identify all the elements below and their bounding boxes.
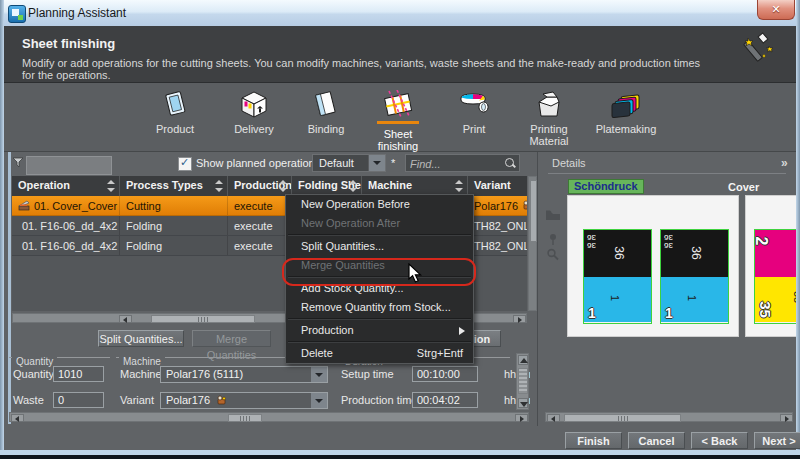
scroll-left-button[interactable]: [547, 414, 560, 422]
menu-item-delete[interactable]: DeleteStrg+Entf: [286, 344, 473, 363]
step-label: Sheet finishing: [362, 128, 434, 152]
machine-dropdown[interactable]: Polar176 (5111): [160, 366, 328, 383]
annotation-highlight: [282, 258, 476, 286]
waste-input[interactable]: [53, 392, 104, 408]
page-black-half: 3636 36: [661, 230, 728, 277]
panel-divider: [537, 152, 538, 426]
left-panel-horizontal-scrollbar[interactable]: [9, 412, 529, 422]
step-binding[interactable]: Binding: [290, 89, 362, 135]
next-button[interactable]: Next >: [754, 432, 800, 449]
step-delivery[interactable]: Delivery: [218, 89, 290, 135]
preset-dropdown[interactable]: Default: [312, 154, 386, 172]
quantity-group-label: Quantity: [12, 356, 57, 367]
cancel-button[interactable]: Cancel: [628, 432, 685, 449]
machine-group-label: Machine: [119, 356, 165, 367]
sort-icon[interactable]: [279, 180, 287, 192]
delivery-icon: [218, 89, 290, 119]
waste-label: Waste: [13, 394, 44, 406]
form-vertical-scrollbar[interactable]: [516, 353, 529, 410]
table-header: Operation Process Types Production Foldi…: [12, 176, 527, 196]
setup-time-input[interactable]: [412, 366, 478, 382]
panel-splitter[interactable]: [8, 152, 11, 424]
sort-icon[interactable]: [455, 180, 463, 192]
page-cyan-half: 1 1: [584, 277, 651, 322]
page-magenta-half: 2 2: [755, 230, 796, 277]
menu-item-split-quantities[interactable]: Split Quantities...: [286, 237, 473, 256]
column-operation[interactable]: Operation: [12, 176, 120, 196]
column-folding-sheet[interactable]: Folding Sheet: [292, 176, 362, 196]
column-production[interactable]: Production: [228, 176, 292, 196]
step-printing-material[interactable]: Printing Material: [513, 89, 585, 147]
menu-item-new-operation-before[interactable]: New Operation Before: [286, 195, 473, 214]
cutting-icon: [18, 200, 30, 212]
show-planned-checkbox[interactable]: [178, 157, 192, 171]
filter-input[interactable]: [26, 156, 112, 175]
details-panel: Details » Schöndruck Cover 3636 36 1 1: [539, 152, 796, 426]
schoendruck-tag: Schöndruck: [568, 179, 644, 194]
scroll-left-button[interactable]: [11, 414, 24, 422]
page-block[interactable]: 3636 36 1 1: [583, 229, 652, 324]
variant-label: Variant: [120, 394, 154, 406]
quantity-label: Quantity: [13, 368, 54, 380]
page-description: Modify or add operations for the cutting…: [22, 57, 712, 81]
filter-icon[interactable]: [12, 157, 25, 169]
folder-tool-icon[interactable]: [545, 208, 561, 222]
sheet-preview[interactable]: 2 2 35 35: [745, 195, 796, 337]
preset-modified-marker: *: [391, 157, 395, 169]
magic-wand-icon: [742, 32, 776, 64]
planning-assistant-window: Planning Assistant ✕ Sheet finishing Mod…: [0, 0, 800, 459]
details-horizontal-scrollbar[interactable]: [545, 412, 793, 422]
column-process-types[interactable]: Process Types: [120, 176, 228, 196]
column-machine[interactable]: Machine: [362, 176, 468, 196]
step-sheet-finishing[interactable]: Sheet finishing: [362, 89, 434, 152]
menu-item-production[interactable]: Production: [286, 321, 473, 340]
step-label: Delivery: [218, 123, 290, 135]
title-bar[interactable]: Planning Assistant: [0, 0, 800, 27]
page-block[interactable]: 2 2 35 35: [754, 229, 796, 324]
production-time-label: Production time: [341, 394, 417, 406]
step-platemaking[interactable]: Platemaking: [590, 89, 662, 135]
sort-icon[interactable]: [215, 180, 223, 192]
scrollbar-thumb[interactable]: [564, 414, 681, 422]
finish-button[interactable]: Finish: [565, 432, 622, 449]
menu-separator: [288, 341, 471, 343]
back-button[interactable]: < Back: [691, 432, 748, 449]
sort-icon[interactable]: [349, 180, 357, 192]
split-quantities-button[interactable]: Split Quantities...: [98, 330, 184, 347]
close-button[interactable]: ✕: [757, 0, 795, 20]
pin-tool-icon[interactable]: [545, 232, 561, 246]
scroll-left-button[interactable]: [119, 315, 132, 323]
step-print[interactable]: Print: [438, 89, 510, 135]
step-label: Print: [438, 123, 510, 135]
search-icon: [504, 157, 516, 169]
active-step-underline: [377, 121, 419, 124]
variant-tool-icon: [216, 395, 227, 406]
find-input[interactable]: [408, 156, 504, 171]
scrollbar-thumb[interactable]: [151, 315, 255, 323]
page-title: Sheet finishing: [22, 36, 115, 51]
column-variant[interactable]: Variant: [468, 176, 527, 196]
page-block[interactable]: 3636 36 1 1: [660, 229, 729, 324]
production-time-input[interactable]: [412, 392, 478, 408]
expand-panel-icon[interactable]: »: [781, 156, 788, 170]
scrollbar-thumb[interactable]: [228, 414, 262, 422]
scroll-right-button[interactable]: [513, 315, 526, 323]
window-border-right: [796, 0, 800, 459]
sheet-preview[interactable]: 3636 36 1 1 3636 36 1 1: [567, 195, 739, 337]
scroll-right-button[interactable]: [780, 414, 793, 422]
print-icon: [438, 89, 510, 119]
magnifier-tool-icon[interactable]: [545, 248, 561, 262]
step-label: Platemaking: [590, 123, 662, 135]
table-vertical-scrollbar[interactable]: [528, 176, 537, 311]
scroll-right-button[interactable]: [515, 414, 528, 422]
details-title: Details: [552, 157, 586, 169]
menu-item-new-operation-after: New Operation After: [286, 214, 473, 233]
menu-item-remove-quantity-from-stock[interactable]: Remove Quantity from Stock...: [286, 298, 473, 317]
find-box[interactable]: [405, 154, 520, 172]
page-yellow-half: 35 35: [755, 277, 796, 322]
step-product[interactable]: Product: [139, 89, 211, 135]
quantity-input[interactable]: [53, 366, 104, 382]
sort-icon[interactable]: [107, 180, 115, 192]
variant-dropdown[interactable]: Polar176: [160, 392, 328, 409]
menu-separator: [288, 234, 471, 236]
